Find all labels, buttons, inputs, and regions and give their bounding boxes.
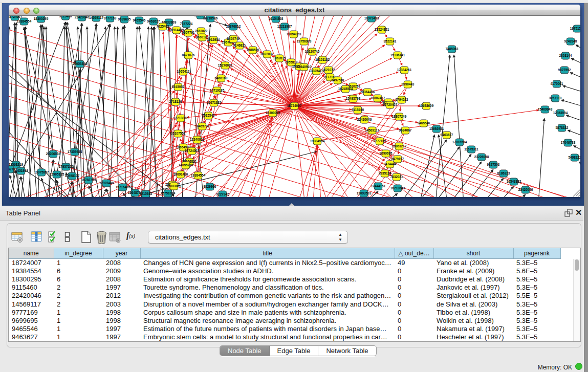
svg-text:8454749: 8454749 xyxy=(227,37,240,40)
svg-text:1621072: 1621072 xyxy=(322,68,335,72)
svg-text:7625402: 7625402 xyxy=(157,25,169,28)
svg-text:13325419: 13325419 xyxy=(309,69,324,73)
svg-text:15716485: 15716485 xyxy=(116,185,130,189)
svg-text:10465731: 10465731 xyxy=(195,124,210,128)
svg-text:9463627: 9463627 xyxy=(147,19,160,23)
svg-text:18300295: 18300295 xyxy=(266,111,280,115)
svg-text:19384554: 19384554 xyxy=(310,139,325,143)
svg-text:10973493: 10973493 xyxy=(364,16,379,20)
svg-text:1588520: 1588520 xyxy=(247,48,259,52)
svg-text:3912954: 3912954 xyxy=(207,38,220,41)
svg-text:15409948: 15409948 xyxy=(538,107,553,111)
svg-text:12093533: 12093533 xyxy=(357,191,372,195)
svg-text:1862615: 1862615 xyxy=(273,56,286,60)
svg-text:23226058: 23226058 xyxy=(474,155,489,159)
svg-text:17240011: 17240011 xyxy=(190,138,205,141)
svg-text:17046788: 17046788 xyxy=(561,141,576,144)
svg-text:14055716: 14055716 xyxy=(179,163,193,167)
svg-text:17016504: 17016504 xyxy=(452,140,467,144)
svg-text:9699695: 9699695 xyxy=(380,151,393,155)
svg-text:22420046: 22420046 xyxy=(75,16,90,19)
svg-text:9684067: 9684067 xyxy=(399,128,412,132)
svg-text:19384554: 19384554 xyxy=(17,19,32,23)
svg-text:9777169: 9777169 xyxy=(104,16,117,20)
svg-text:9657791: 9657791 xyxy=(182,31,195,34)
svg-text:18724007: 18724007 xyxy=(185,149,200,152)
svg-text:9115460: 9115460 xyxy=(352,108,364,112)
svg-text:12213967: 12213967 xyxy=(277,25,292,28)
svg-text:9465546: 9465546 xyxy=(133,18,146,22)
svg-text:10688609: 10688609 xyxy=(419,104,434,107)
svg-text:9699695: 9699695 xyxy=(118,17,131,21)
svg-text:5498222: 5498222 xyxy=(569,156,580,159)
svg-text:14569117: 14569117 xyxy=(89,16,104,19)
svg-text:2803144: 2803144 xyxy=(559,54,572,57)
svg-text:19975857: 19975857 xyxy=(34,170,49,174)
svg-text:9474444: 9474444 xyxy=(384,162,397,166)
svg-text:13524851: 13524851 xyxy=(375,28,389,31)
svg-text:9463627: 9463627 xyxy=(441,133,453,137)
svg-text:18724007: 18724007 xyxy=(287,104,302,107)
svg-text:16543382: 16543382 xyxy=(507,180,521,183)
svg-text:15720407: 15720407 xyxy=(383,103,398,106)
svg-text:15495798: 15495798 xyxy=(346,97,361,100)
svg-text:23420046: 23420046 xyxy=(518,188,533,191)
svg-text:4170061: 4170061 xyxy=(551,82,563,85)
svg-text:16245514: 16245514 xyxy=(338,87,353,91)
svg-text:8322037: 8322037 xyxy=(261,52,274,56)
svg-text:9777169: 9777169 xyxy=(374,139,386,143)
svg-text:7832021: 7832021 xyxy=(390,175,403,179)
svg-text:19384554: 19384554 xyxy=(191,173,206,177)
svg-text:6479197: 6479197 xyxy=(391,157,404,161)
svg-text:12923448: 12923448 xyxy=(99,181,114,185)
svg-text:15136141: 15136141 xyxy=(390,53,405,57)
svg-text:16782759: 16782759 xyxy=(81,178,96,182)
svg-text:16671385: 16671385 xyxy=(207,101,222,104)
svg-text:19751515: 19751515 xyxy=(570,27,580,30)
svg-text:12213382: 12213382 xyxy=(173,116,188,120)
svg-text:19756928: 19756928 xyxy=(297,39,312,43)
svg-text:9327503: 9327503 xyxy=(487,163,500,166)
svg-text:19654923: 19654923 xyxy=(287,32,301,36)
svg-text:6794023: 6794023 xyxy=(396,98,408,101)
svg-text:20206536: 20206536 xyxy=(46,152,61,156)
svg-text:18807249: 18807249 xyxy=(392,115,407,118)
svg-text:15276021: 15276021 xyxy=(218,63,233,67)
svg-text:26876812: 26876812 xyxy=(226,25,241,28)
svg-text:9245052: 9245052 xyxy=(172,85,185,89)
svg-text:16120746: 16120746 xyxy=(305,50,320,53)
svg-text:20364436: 20364436 xyxy=(360,90,375,94)
svg-text:12444151: 12444151 xyxy=(371,184,386,188)
svg-text:8215935: 8215935 xyxy=(140,192,153,195)
svg-text:10719185: 10719185 xyxy=(210,89,225,92)
svg-text:9146821: 9146821 xyxy=(233,43,246,47)
svg-text:6497568: 6497568 xyxy=(332,78,344,82)
svg-text:20691406: 20691406 xyxy=(173,172,188,176)
svg-text:7663822: 7663822 xyxy=(195,29,208,33)
svg-text:12905135: 12905135 xyxy=(50,172,64,176)
svg-text:14569117: 14569117 xyxy=(365,128,380,132)
svg-text:10807487: 10807487 xyxy=(371,96,385,100)
svg-text:7515546: 7515546 xyxy=(202,114,215,117)
svg-text:11451913: 11451913 xyxy=(14,169,29,172)
svg-text:15751074: 15751074 xyxy=(161,191,176,195)
svg-text:8471676: 8471676 xyxy=(182,53,195,57)
svg-text:2935114: 2935114 xyxy=(379,171,391,175)
svg-text:8186323: 8186323 xyxy=(497,171,510,175)
svg-text:16151132: 16151132 xyxy=(315,58,330,61)
svg-text:19218506: 19218506 xyxy=(203,16,218,20)
svg-text:15640910: 15640910 xyxy=(297,65,312,69)
svg-text:5878332: 5878332 xyxy=(556,126,569,129)
svg-text:6466160: 6466160 xyxy=(215,76,228,80)
svg-text:8990443: 8990443 xyxy=(402,82,415,86)
svg-text:7357224: 7357224 xyxy=(180,22,193,26)
svg-text:9115460: 9115460 xyxy=(59,16,72,18)
svg-text:18300295: 18300295 xyxy=(34,17,49,20)
svg-text:17957225: 17957225 xyxy=(59,165,74,168)
svg-text:9827552: 9827552 xyxy=(558,68,571,72)
svg-text:3267110: 3267110 xyxy=(549,96,562,100)
svg-text:2718126: 2718126 xyxy=(169,100,182,103)
svg-text:9227342: 9227342 xyxy=(216,192,229,196)
svg-text:11675311: 11675311 xyxy=(464,147,478,151)
svg-text:12353594: 12353594 xyxy=(553,111,568,115)
